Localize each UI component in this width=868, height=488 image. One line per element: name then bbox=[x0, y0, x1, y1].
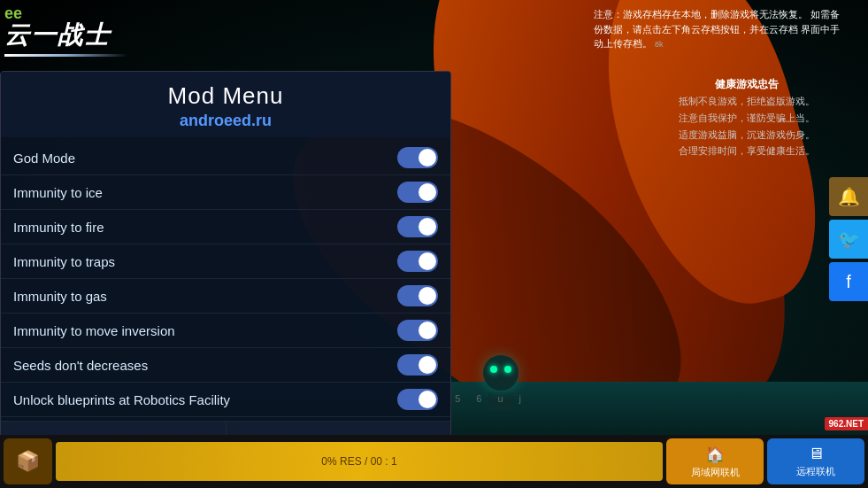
level-marker-6: 6 bbox=[476, 393, 481, 404]
twitter-button[interactable]: 🐦 bbox=[829, 220, 868, 259]
bell-button[interactable]: 🔔 bbox=[829, 177, 868, 216]
mod-item-2[interactable]: Immunity to fire bbox=[1, 210, 450, 244]
mod-item-7[interactable]: Unlock blueprints at Robotics Facility bbox=[1, 383, 450, 417]
mod-item-label-5: Immunity to move inversion bbox=[13, 323, 175, 338]
health-line-4: 合理安排时间，享受健康生活。 bbox=[679, 143, 815, 159]
facebook-button[interactable]: f bbox=[829, 262, 868, 301]
mod-toggle-5[interactable] bbox=[397, 320, 438, 341]
facebook-icon: f bbox=[846, 272, 851, 292]
level-marker-u: u bbox=[497, 393, 503, 404]
remote-network-button[interactable]: 🖥 远程联机 bbox=[767, 438, 864, 484]
mod-item-6[interactable]: Seeds don't decreases bbox=[1, 348, 450, 383]
logo-main-text: 云一战士 bbox=[4, 19, 128, 52]
health-title: 健康游戏忠告 bbox=[679, 75, 815, 93]
mod-item-label-3: Immunity to traps bbox=[13, 254, 115, 269]
mod-menu-header: Mod Menu androeed.ru bbox=[1, 72, 450, 137]
mod-toggle-0[interactable] bbox=[397, 147, 438, 168]
mod-item-3[interactable]: Immunity to traps bbox=[1, 244, 450, 279]
chest-icon: 📦 bbox=[16, 450, 40, 473]
mod-menu-subtitle: androeed.ru bbox=[10, 112, 442, 130]
local-network-icon: 🏠 bbox=[705, 445, 725, 464]
mod-menu-panel: Mod Menu androeed.ru God ModeImmunity to… bbox=[0, 71, 451, 465]
notice-content: 注意：游戏存档存在本地，删除游戏将无法恢复。 如需备份数据，请点击左下角云存档按… bbox=[594, 9, 840, 49]
character-eye-right bbox=[504, 366, 511, 373]
level-marker-5: 5 bbox=[455, 393, 460, 404]
mod-toggle-knob-5 bbox=[419, 321, 436, 339]
mod-toggle-2[interactable] bbox=[397, 216, 438, 237]
mod-item-5[interactable]: Immunity to move inversion bbox=[1, 314, 450, 348]
twitter-icon: 🐦 bbox=[838, 229, 860, 250]
mod-toggle-knob-2 bbox=[419, 218, 436, 236]
game-logo: ee 云一战士 bbox=[4, 4, 128, 57]
health-advisory: 健康游戏忠告 抵制不良游戏，拒绝盗版游戏。 注意自我保护，谨防受骗上当。 适度游… bbox=[679, 75, 815, 159]
mod-menu-title: Mod Menu bbox=[10, 82, 442, 110]
bell-icon: 🔔 bbox=[838, 186, 860, 207]
mod-toggle-knob-7 bbox=[419, 391, 436, 408]
character-eye-left bbox=[490, 366, 497, 373]
mod-item-label-2: Immunity to fire bbox=[13, 220, 104, 235]
mod-item-label-1: Immunity to ice bbox=[13, 185, 103, 200]
mod-list: God ModeImmunity to iceImmunity to fireI… bbox=[1, 137, 450, 421]
local-network-button[interactable]: 🏠 局域网联机 bbox=[666, 438, 764, 484]
progress-bar[interactable]: 0% RES / 00 : 1 bbox=[56, 442, 663, 481]
mod-item-4[interactable]: Immunity to gas bbox=[1, 279, 450, 314]
remote-network-icon: 🖥 bbox=[808, 445, 824, 463]
mod-item-label-7: Unlock blueprints at Robotics Facility bbox=[13, 392, 230, 407]
mod-item-label-4: Immunity to gas bbox=[13, 289, 107, 304]
mod-toggle-1[interactable] bbox=[397, 182, 438, 203]
mod-toggle-7[interactable] bbox=[397, 389, 438, 410]
mod-toggle-3[interactable] bbox=[397, 251, 438, 272]
bottom-bar: 📦 0% RES / 00 : 1 🏠 局域网联机 🖥 远程联机 bbox=[0, 435, 868, 488]
remote-network-label: 远程联机 bbox=[796, 465, 835, 478]
mod-item-1[interactable]: Immunity to ice bbox=[1, 175, 450, 210]
notice-small: 8k bbox=[655, 40, 664, 49]
mod-toggle-knob-6 bbox=[419, 356, 436, 374]
local-network-label: 局域网联机 bbox=[691, 466, 740, 479]
level-marker-j: j bbox=[519, 393, 521, 404]
mod-toggle-knob-3 bbox=[419, 252, 436, 270]
mod-toggle-6[interactable] bbox=[397, 354, 438, 376]
health-line-1: 抵制不良游戏，拒绝盗版游戏。 bbox=[679, 93, 815, 110]
health-line-3: 适度游戏益脑，沉迷游戏伤身。 bbox=[679, 127, 815, 143]
game-notice: 注意：游戏存档存在本地，删除游戏将无法恢复。 如需备份数据，请点击左下角云存档按… bbox=[594, 7, 841, 51]
mod-item-label-6: Seeds don't decreases bbox=[13, 358, 148, 373]
chest-button[interactable]: 📦 bbox=[4, 438, 52, 484]
mod-item-0[interactable]: God Mode bbox=[1, 141, 450, 175]
logo-line bbox=[4, 54, 128, 57]
progress-text: 0% RES / 00 : 1 bbox=[321, 455, 396, 468]
mod-item-label-0: God Mode bbox=[13, 151, 75, 166]
mod-toggle-knob-0 bbox=[419, 149, 436, 167]
social-panel: 🔔 🐦 f bbox=[829, 177, 868, 301]
mod-toggle-4[interactable] bbox=[397, 285, 438, 306]
mod-toggle-knob-1 bbox=[419, 183, 436, 201]
health-line-2: 注意自我保护，谨防受骗上当。 bbox=[679, 110, 815, 127]
badge-962: 962.NET bbox=[825, 417, 868, 430]
mod-toggle-knob-4 bbox=[419, 287, 436, 305]
